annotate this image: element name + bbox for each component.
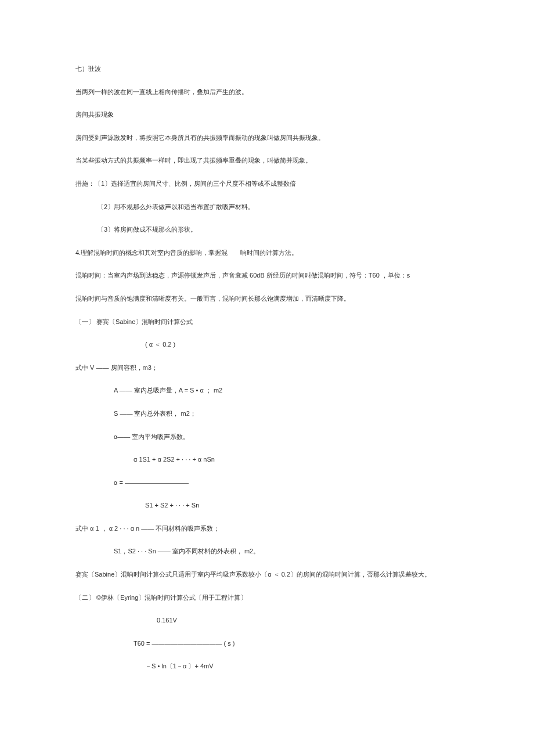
formula-eyring-numerator: 0.161V [75,615,459,626]
heading-eyring: 〔二〕 ©伊林〔Eyring〕混响时间计算公式〔用于工程计算〕 [75,593,459,603]
formula-eyring-line: T60 = ——————————— ( s ) [75,639,459,649]
heading-section-4: 4.理解混响时间的概念和其对室内音质的影响，掌握混 响时间的计算方法。 [75,248,459,258]
text-room-resonance-def: 房间受到声源激发时，将按照它本身所具有的共振频率而振动的现象叫做房间共振现象。 [75,133,459,143]
text-sabine-limit: 赛宾〔Sabine〕混响时间计算公式只适用于室内平均吸声系数较小〔α ＜ 0.2… [75,570,459,580]
var-s-i: S1，S2 · · · Sn —— 室内不同材料的外表积， m2。 [75,546,459,557]
document-page: 七）驻波 当两列一样的波在同一直线上相向传播时，叠加后产生的波。 房间共振现象 … [0,0,534,756]
formula-alpha-cond: ( α ＜ 0.2 ) [75,340,459,350]
formula-eyring: 0.161V T60 = ——————————— ( s ) －S • ln〔1… [75,615,459,672]
text-rt-def: 混响时间：当室内声场到达稳态，声源停顿发声后，声音衰减 60dB 所经历的时间叫… [75,271,459,281]
text-measure-3: 〔3〕将房间做成不规那么的形状。 [75,225,459,235]
formula-alpha-avg: α 1S1 + α 2S2 + · · · + α nSn α = ——————… [75,455,459,511]
var-a: A —— 室内总吸声量，A = S • α ； m2 [75,386,459,396]
text-measure-2: 〔2〕用不规那么外表做声以和适当布置扩散吸声材料。 [75,202,459,213]
var-alpha-i: 式中 α 1 ， α 2 · · · α n —— 不同材料的吸声系数； [75,524,459,534]
var-s: S —— 室内总外表积， m2； [75,409,459,419]
heading-room-resonance: 房间共振现象 [75,110,459,120]
text-measure-1: 措施：〔1〕选择适宜的房间尺寸、比例，房间的三个尺度不相等或不成整数倍 [75,179,459,189]
heading-sabine: 〔一〕 赛宾〔Sabine〕混响时间计算公式 [75,317,459,327]
formula-numerator: α 1S1 + α 2S2 + · · · + α nSn [75,455,459,465]
text-degeneracy: 当某些振动方式的共振频率一样时，即出现了共振频率重叠的现象，叫做简并现象。 [75,156,459,166]
formula-fraction-line: α = —————————— [75,478,459,488]
formula-eyring-denominator: －S • ln〔1－α 〕+ 4mV [75,661,459,672]
var-alpha: α—— 室内平均吸声系数。 [75,432,459,442]
formula-denominator: S1 + S2 + · · · + Sn [75,501,459,511]
var-v: 式中 V —— 房间容积，m3； [75,363,459,373]
heading-standing-wave: 七）驻波 [75,64,459,74]
text-standing-wave-def: 当两列一样的波在同一直线上相向传播时，叠加后产生的波。 [75,87,459,98]
text-rt-quality: 混响时间与音质的饱满度和清晰度有关。一般而言，混响时间长那么饱满度增加，而清晰度… [75,294,459,304]
